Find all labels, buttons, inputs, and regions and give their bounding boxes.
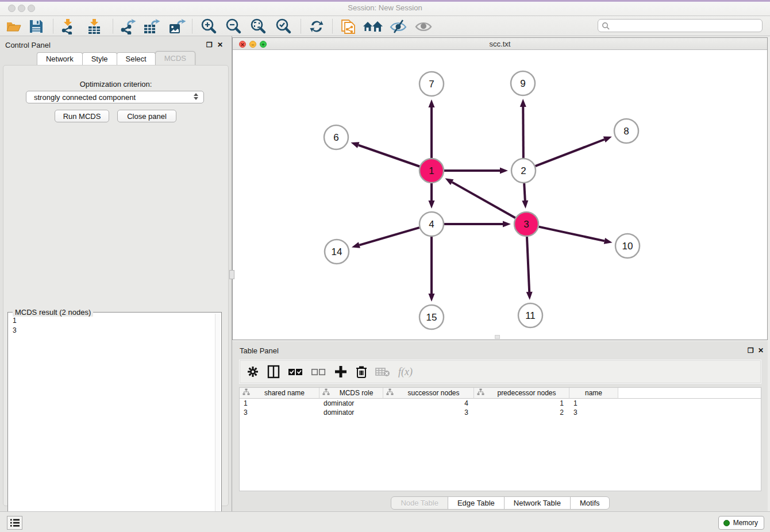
optimization-criterion-label: Optimization criterion: [3,80,228,88]
export-image-icon[interactable] [168,18,186,34]
tab-edge-table[interactable]: Edge Table [448,496,505,510]
delete-column-icon[interactable] [356,365,367,379]
column-selector-icon[interactable] [267,365,280,379]
control-panel-header: Control Panel ❒ ✕ [0,36,232,52]
splitter-handle[interactable] [229,270,234,279]
cell-name[interactable]: 1 [569,399,618,408]
toolbar-separator [301,19,301,33]
edge-4-14[interactable] [359,228,419,245]
mcds-panel-body: Optimization criterion: strongly connect… [3,65,229,506]
arrowhead-icon [604,238,613,244]
show-all-icon[interactable] [414,18,433,34]
edge-2-8[interactable] [536,140,605,166]
cell-successor-nodes[interactable]: 4 [383,399,474,408]
edge-3-11[interactable] [527,237,529,292]
graph-node-label: 9 [520,78,525,89]
select-stepper-icon [194,93,198,100]
clone-network-icon[interactable] [340,18,356,34]
tab-mcds[interactable]: MCDS [155,51,195,65]
cell-shared-name[interactable]: 1 [240,399,319,408]
arrowhead-icon [445,178,454,185]
status-bar: Memory [0,511,770,532]
arrowhead-icon [503,221,511,228]
task-history-button[interactable] [7,516,22,530]
save-session-icon[interactable] [29,18,44,34]
cell-name[interactable]: 3 [569,408,618,417]
tab-node-table[interactable]: Node Table [391,496,448,510]
cell-shared-name[interactable]: 3 [240,408,319,417]
graph-node-label: 15 [426,312,437,323]
arrowhead-icon [522,201,528,209]
first-neighbors-icon[interactable] [362,18,384,34]
criterion-select[interactable]: strongly connected component [26,91,204,103]
import-table-icon[interactable] [86,18,102,34]
cell-mcds-role[interactable]: dominator [319,408,383,417]
tab-style[interactable]: Style [82,52,117,65]
network-window-titlebar[interactable]: ✕ − + scc.txt [233,38,767,50]
tab-motifs[interactable]: Motifs [570,496,610,510]
column-header-predecessor-nodes[interactable]: predecessor nodes [474,388,569,399]
control-panel: Control Panel ❒ ✕ Network Style Select M… [0,36,232,511]
run-mcds-button[interactable]: Run MCDS [55,110,109,122]
tab-network-table[interactable]: Network Table [504,496,571,510]
network-canvas[interactable]: 7968124314101511 [233,50,767,340]
control-panel-tabs: Network Style Select MCDS [0,52,232,66]
cell-predecessor-nodes[interactable]: 1 [474,399,569,408]
arrowhead-icon [352,242,360,248]
table-row[interactable]: 3 dominator 3 2 3 [240,408,761,417]
toolbar-separator [53,19,53,33]
column-header-mcds-role[interactable]: MCDS role [319,388,383,399]
memory-status-icon [723,520,730,526]
search-input[interactable] [598,19,763,32]
close-table-panel-icon[interactable]: ✕ [758,346,764,354]
float-panel-icon[interactable]: ❒ [206,41,213,49]
edge-3-10[interactable] [539,227,605,241]
hide-selected-icon[interactable] [388,18,408,34]
select-all-icon[interactable] [288,367,303,376]
zoom-selected-icon[interactable] [275,18,292,34]
arrowhead-icon [520,99,526,107]
table-row[interactable]: 1 dominator 4 1 1 [240,399,761,408]
tab-select[interactable]: Select [117,52,156,65]
edge-2-3[interactable] [524,183,525,201]
column-header-successor-nodes[interactable]: successor nodes [383,388,474,399]
edge-2-9[interactable] [523,107,523,158]
export-table-icon[interactable] [143,18,161,34]
cell-successor-nodes[interactable]: 3 [383,408,474,417]
memory-button[interactable]: Memory [718,516,764,530]
column-header-shared-name[interactable]: shared name [240,388,319,399]
criterion-value: strongly connected component [34,93,136,102]
deselect-all-icon[interactable] [311,367,326,376]
add-column-icon[interactable] [334,365,348,379]
zoom-out-icon[interactable] [225,18,242,34]
zoom-in-icon[interactable] [200,18,217,34]
settings-gear-icon[interactable] [247,365,259,378]
edge-3-1[interactable] [452,182,515,218]
refresh-layout-icon[interactable] [308,18,325,34]
graph-node-label: 7 [429,79,434,90]
mcds-result-text[interactable]: 1 3 [10,316,214,336]
close-panel-button[interactable]: Close panel [117,110,176,122]
delete-table-icon[interactable] [375,366,390,377]
title-bar: Session: New Session [0,0,770,16]
arrowhead-icon [429,294,435,302]
tab-network[interactable]: Network [37,52,83,65]
import-network-icon[interactable] [60,18,76,34]
toolbar-separator [192,19,192,33]
arrowhead-icon [603,137,612,142]
column-header-name[interactable]: name [569,388,618,399]
float-table-panel-icon[interactable]: ❒ [748,346,754,354]
close-panel-icon[interactable]: ✕ [217,41,223,49]
open-session-icon[interactable] [6,18,22,34]
main-toolbar [0,16,770,36]
function-builder-icon[interactable]: f(x) [398,366,413,378]
cell-mcds-role[interactable]: dominator [319,399,383,408]
canvas-scroll-nub[interactable] [495,335,500,339]
edge-1-6[interactable] [359,145,420,167]
cell-predecessor-nodes[interactable]: 2 [474,408,569,417]
zoom-fit-icon[interactable] [249,18,267,34]
result-scrollbar[interactable] [215,314,220,530]
export-network-icon[interactable] [120,18,137,34]
attribute-icon [474,388,484,398]
arrowhead-icon [351,142,359,148]
